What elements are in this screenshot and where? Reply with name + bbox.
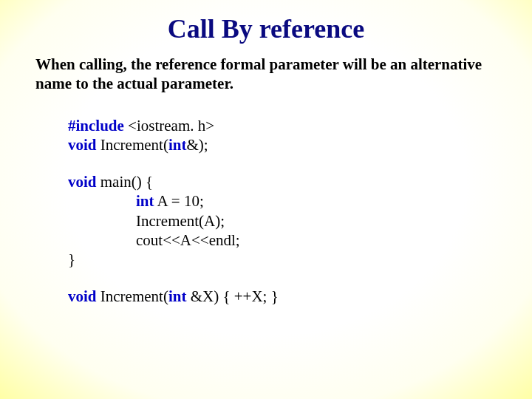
- code-line: cout<<A<<endl;: [68, 231, 497, 250]
- keyword-void: void: [68, 136, 97, 154]
- keyword-void: void: [68, 173, 97, 191]
- code-section-main: void main() { int A = 10; Increment(A); …: [68, 172, 497, 269]
- code-text: Increment(: [97, 287, 168, 305]
- code-block: #include <iostream. h> void Increment(in…: [68, 116, 497, 307]
- code-section-func: void Increment(int &X) { ++X; }: [68, 287, 497, 306]
- keyword-include: #include: [68, 117, 124, 134]
- code-text: &);: [186, 136, 208, 154]
- slide: Call By reference When calling, the refe…: [0, 0, 532, 307]
- keyword-void: void: [68, 287, 97, 305]
- code-line: Increment(A);: [68, 211, 497, 231]
- slide-title: Call By reference: [35, 13, 497, 44]
- code-line: void Increment(int&);: [68, 135, 497, 154]
- keyword-int: int: [136, 192, 154, 210]
- code-text: &X) { ++X; }: [186, 287, 278, 305]
- code-text: A = 10;: [154, 192, 204, 210]
- code-text: Increment(: [97, 136, 168, 154]
- keyword-int: int: [168, 136, 187, 154]
- code-text: main() {: [97, 173, 154, 191]
- intro-text: When calling, the reference formal param…: [35, 55, 497, 94]
- code-section-include: #include <iostream. h> void Increment(in…: [68, 116, 497, 155]
- code-line: }: [68, 250, 497, 269]
- code-text: <iostream. h>: [124, 117, 214, 134]
- code-line: void Increment(int &X) { ++X; }: [68, 287, 497, 306]
- keyword-int: int: [168, 287, 187, 305]
- code-line: #include <iostream. h>: [68, 116, 497, 135]
- code-line: int A = 10;: [68, 191, 497, 211]
- code-line: void main() {: [68, 172, 497, 191]
